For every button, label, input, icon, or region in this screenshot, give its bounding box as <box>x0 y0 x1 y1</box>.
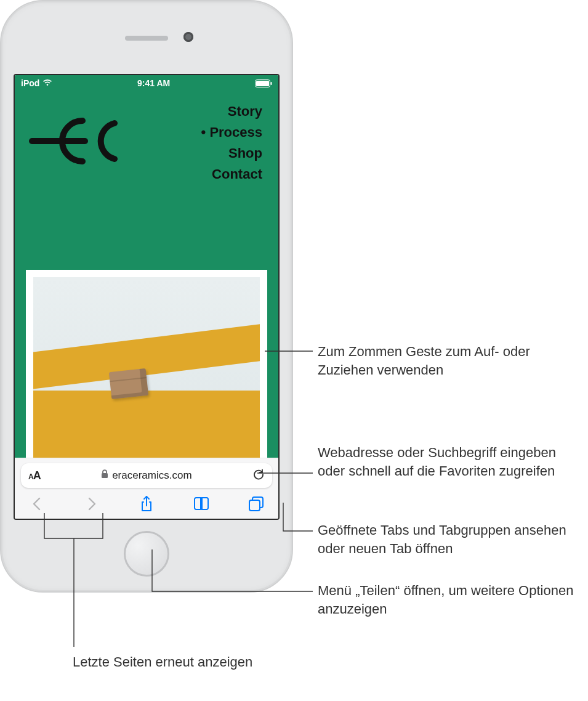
device-speaker <box>125 36 168 41</box>
callout-history: Letzte Seiten erneut anzeigen <box>73 653 252 671</box>
back-button[interactable] <box>26 493 48 515</box>
svg-rect-7 <box>249 500 260 511</box>
forward-button[interactable] <box>81 493 103 515</box>
device-front-camera <box>183 32 193 42</box>
bookmarks-button[interactable] <box>190 493 212 515</box>
status-time: 9:41 AM <box>137 78 170 88</box>
svg-rect-1 <box>256 81 269 86</box>
address-bar[interactable]: AA eraceramics.com <box>21 463 272 488</box>
address-url: eraceramics.com <box>112 469 191 482</box>
nav-item-contact[interactable]: Contact <box>201 164 262 185</box>
volume-down-button <box>0 149 1 177</box>
svg-rect-2 <box>270 82 272 85</box>
status-bar: iPod 9:41 AM <box>15 75 278 91</box>
hero-image <box>26 270 267 458</box>
web-page-content[interactable]: Story Process Shop Contact <box>15 91 278 458</box>
svg-rect-4 <box>102 473 108 478</box>
tabs-button[interactable] <box>245 493 267 515</box>
callout-address: Webadresse oder Suchbegriff eingeben ode… <box>318 444 576 480</box>
nav-item-process[interactable]: Process <box>201 122 262 143</box>
nav-item-story[interactable]: Story <box>201 101 262 122</box>
reload-icon[interactable] <box>252 468 265 484</box>
status-carrier: iPod <box>21 78 39 88</box>
callout-tabs: Geöffnete Tabs und Tabgruppen ansehen od… <box>318 521 576 557</box>
volume-up-button <box>0 112 1 140</box>
share-button[interactable] <box>135 493 158 515</box>
safari-bottom-ui: AA eraceramics.com <box>15 458 278 519</box>
wifi-icon <box>42 78 52 88</box>
callout-share: Menü „Teilen“ öffnen, um weitere Optione… <box>318 581 576 618</box>
lock-icon <box>101 469 108 482</box>
site-logo-icon <box>28 113 121 171</box>
nav-item-shop[interactable]: Shop <box>201 143 262 164</box>
device-screen: iPod 9:41 AM <box>14 74 280 520</box>
home-button[interactable] <box>124 531 169 577</box>
callout-zoom: Zum Zommen Geste zum Auf- oder Zuziehen … <box>318 342 576 379</box>
site-navigation: Story Process Shop Contact <box>201 101 262 185</box>
ipod-device: iPod 9:41 AM <box>0 0 293 593</box>
battery-icon <box>255 79 272 87</box>
reader-aa-icon[interactable]: AA <box>28 469 41 482</box>
